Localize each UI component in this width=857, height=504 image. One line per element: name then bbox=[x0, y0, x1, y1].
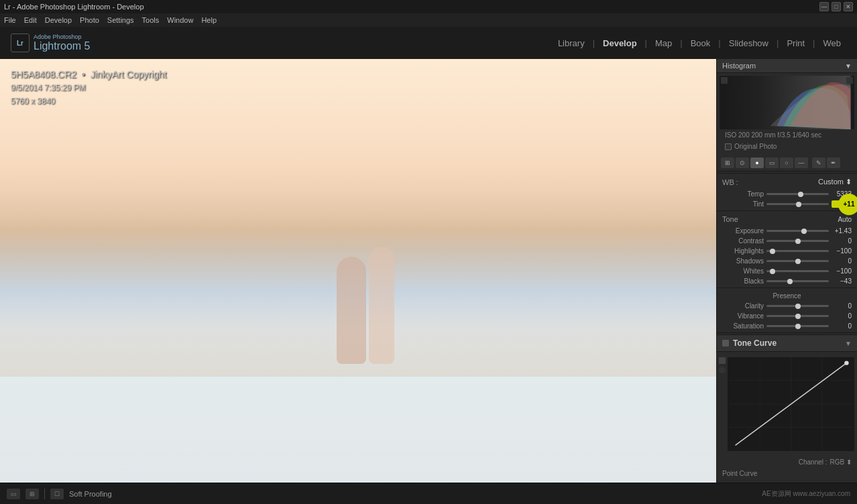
blacks-thumb[interactable] bbox=[787, 279, 793, 284]
menu-window[interactable]: Window bbox=[167, 16, 193, 24]
nav-web[interactable]: Web bbox=[818, 36, 847, 51]
contrast-thumb[interactable] bbox=[795, 239, 801, 244]
vibrance-slider[interactable] bbox=[766, 315, 829, 317]
couple-figures bbox=[337, 247, 394, 364]
grad-tool[interactable]: ○ bbox=[780, 158, 793, 168]
menu-file[interactable]: File bbox=[4, 16, 16, 24]
highlights-slider[interactable] bbox=[766, 250, 829, 252]
tone-auto[interactable]: Auto bbox=[838, 216, 852, 223]
saturation-thumb[interactable] bbox=[795, 324, 801, 329]
nav-print[interactable]: Print bbox=[781, 36, 810, 51]
nav-develop[interactable]: Develop bbox=[597, 36, 642, 51]
minimize-button[interactable]: — bbox=[819, 2, 829, 11]
point-curve-label: Point Curve bbox=[722, 470, 757, 477]
titlebar: Lr - Adobe Photoshop Lightroom - Develop… bbox=[0, 0, 857, 13]
shadows-value: 0 bbox=[832, 257, 852, 265]
clarity-value: 0 bbox=[832, 302, 852, 310]
blacks-row: Blacks −43 bbox=[717, 276, 857, 286]
exposure-thumb[interactable] bbox=[801, 229, 807, 234]
filmstrip-toggle[interactable]: ▭ bbox=[7, 489, 20, 499]
menu-develop[interactable]: Develop bbox=[45, 16, 72, 24]
nav-map[interactable]: Map bbox=[650, 36, 677, 51]
tone-curve-canvas[interactable] bbox=[728, 357, 854, 451]
menu-photo[interactable]: Photo bbox=[80, 16, 99, 24]
temp-thumb[interactable] bbox=[798, 192, 803, 197]
vibrance-thumb[interactable] bbox=[795, 314, 801, 319]
photo-datetime: 9/5/2014 7:35:29 PM bbox=[11, 82, 166, 94]
main: 5H5A8408.CR2 • JinkyArt Copyright 9/5/20… bbox=[0, 59, 857, 483]
original-photo-checkbox[interactable] bbox=[725, 143, 732, 150]
blacks-slider[interactable] bbox=[766, 280, 829, 282]
temp-label: Temp bbox=[722, 190, 764, 198]
close-button[interactable]: ✕ bbox=[844, 2, 853, 11]
nav-slideshow[interactable]: Slideshow bbox=[724, 36, 774, 51]
menu-tools[interactable]: Tools bbox=[142, 16, 160, 24]
tint-thumb[interactable] bbox=[796, 202, 801, 207]
tone-label: Tone bbox=[722, 215, 738, 223]
histogram-title: Histogram bbox=[722, 62, 756, 70]
whites-value: −100 bbox=[832, 267, 852, 275]
shadows-thumb[interactable] bbox=[795, 259, 801, 264]
spot-tool[interactable]: ⊙ bbox=[736, 158, 749, 168]
photo-canvas bbox=[0, 59, 716, 483]
lr-abbr: Lr bbox=[17, 40, 23, 47]
vibrance-value: 0 bbox=[832, 312, 852, 320]
yellow-indicator: +11 bbox=[838, 194, 857, 215]
grid-view-button[interactable]: ⊞ bbox=[25, 489, 39, 499]
shadows-label: Shadows bbox=[722, 257, 764, 265]
wb-value[interactable]: Custom ⬍ bbox=[818, 178, 852, 186]
whites-thumb[interactable] bbox=[770, 269, 775, 274]
clarity-slider[interactable] bbox=[766, 305, 829, 307]
center-panel: 5H5A8408.CR2 • JinkyArt Copyright 9/5/20… bbox=[0, 59, 716, 483]
tone-curve-section: Tone Curve ▼ bbox=[717, 334, 857, 479]
contrast-row: Contrast 0 bbox=[717, 236, 857, 246]
tone-curve-icon-1[interactable] bbox=[719, 357, 726, 364]
temp-slider[interactable] bbox=[766, 193, 829, 195]
exposure-value: +1.43 bbox=[832, 227, 852, 235]
photo-filename: 5H5A8408.CR2 • JinkyArt Copyright bbox=[11, 67, 166, 82]
menu-edit[interactable]: Edit bbox=[24, 16, 37, 24]
maximize-button[interactable]: □ bbox=[832, 2, 841, 11]
whites-row: Whites −100 bbox=[717, 266, 857, 276]
exposure-label: Exposure bbox=[722, 227, 764, 235]
highlights-thumb[interactable] bbox=[770, 249, 775, 254]
saturation-label: Saturation bbox=[722, 322, 764, 330]
saturation-slider[interactable] bbox=[766, 325, 829, 327]
histogram-svg bbox=[720, 76, 854, 129]
bottombar: ▭ ⊞ ☐ Soft Proofing AE资源网 www.aeziyuan.c… bbox=[0, 483, 857, 504]
eyedropper-wb2[interactable]: ✒ bbox=[827, 158, 840, 168]
divider-2 bbox=[717, 210, 857, 211]
channel-value[interactable]: RGB ⬍ bbox=[830, 458, 852, 466]
adj-tool[interactable]: — bbox=[795, 158, 808, 168]
menu-help[interactable]: Help bbox=[201, 16, 217, 24]
radial-tool[interactable]: ▭ bbox=[765, 158, 779, 168]
shadows-slider[interactable] bbox=[766, 260, 829, 262]
blacks-label: Blacks bbox=[722, 277, 764, 285]
menu-settings[interactable]: Settings bbox=[107, 16, 134, 24]
whites-slider[interactable] bbox=[766, 270, 829, 272]
crop-tool[interactable]: ⊞ bbox=[721, 158, 734, 168]
soft-proof-checkbox[interactable]: ☐ bbox=[50, 489, 64, 499]
tint-slider[interactable] bbox=[766, 203, 829, 205]
eyedropper-wb[interactable]: ✎ bbox=[812, 158, 825, 168]
tone-curve-collapse-icon[interactable] bbox=[722, 340, 729, 346]
whites-label: Whites bbox=[722, 267, 764, 275]
contrast-slider[interactable] bbox=[766, 240, 829, 242]
tint-label: Tint bbox=[722, 200, 764, 208]
clarity-label: Clarity bbox=[722, 302, 764, 310]
tone-curve-header[interactable]: Tone Curve ▼ bbox=[717, 334, 857, 352]
saturation-row: Saturation 0 bbox=[717, 321, 857, 331]
menubar: File Edit Develop Photo Settings Tools W… bbox=[0, 13, 857, 27]
shadow-warning-icon[interactable] bbox=[721, 77, 728, 84]
histogram-header[interactable]: Histogram ▼ bbox=[717, 59, 857, 73]
tone-curve-icon-2[interactable] bbox=[719, 367, 726, 373]
redeye-tool[interactable]: ● bbox=[750, 158, 764, 168]
exposure-slider[interactable] bbox=[766, 230, 829, 232]
shadows-row: Shadows 0 bbox=[717, 256, 857, 266]
clarity-thumb[interactable] bbox=[795, 304, 801, 309]
contrast-value: 0 bbox=[832, 237, 852, 245]
highlight-warning-icon[interactable] bbox=[846, 77, 853, 84]
nav-book[interactable]: Book bbox=[685, 36, 716, 51]
nav-library[interactable]: Library bbox=[553, 36, 590, 51]
topnav: Lr Adobe Photoshop Lightroom 5 Library |… bbox=[0, 27, 857, 59]
